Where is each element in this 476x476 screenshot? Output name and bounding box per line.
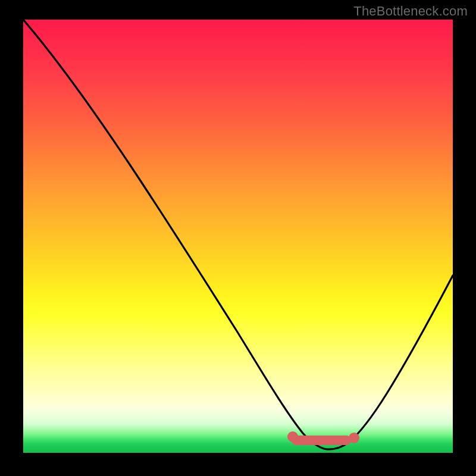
curve-svg — [23, 20, 453, 453]
bottleneck-curve-path — [23, 20, 453, 449]
watermark-text: TheBottleneck.com — [353, 4, 468, 19]
chart-area — [23, 20, 453, 453]
marker-right — [349, 433, 359, 443]
optimal-zone-bar — [292, 436, 351, 445]
marker-left — [287, 431, 298, 442]
